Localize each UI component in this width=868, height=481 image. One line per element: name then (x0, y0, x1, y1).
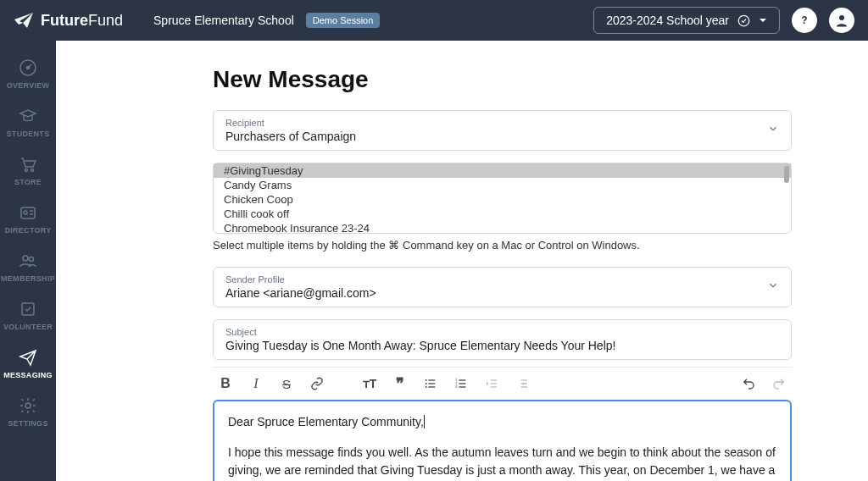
sidebar-label: STUDENTS (7, 130, 50, 138)
body-paragraph: I hope this message finds you well. As t… (228, 444, 776, 481)
sender-select[interactable]: Sender Profile Ariane <ariane@gmail.com> (213, 267, 792, 307)
brand-bold: Future (41, 12, 88, 29)
gauge-icon (17, 57, 39, 79)
check-circle-icon (737, 14, 750, 27)
svg-rect-25 (491, 379, 497, 380)
caret-down-icon (759, 16, 767, 25)
body-paragraph: Dear Spruce Elementary Community, (228, 415, 424, 428)
chevron-down-icon (767, 123, 779, 138)
recipient-select[interactable]: Recipient Purchasers of Campaign (213, 110, 792, 151)
profile-button[interactable] (829, 8, 854, 33)
svg-point-12 (25, 403, 31, 408)
svg-rect-14 (428, 379, 435, 380)
page-title: New Message (213, 66, 792, 93)
gear-icon (17, 395, 39, 417)
user-icon (834, 13, 849, 28)
undo-button[interactable] (741, 376, 756, 391)
sidebar-label: VOLUNTEER (3, 323, 53, 331)
sidebar-label: DIRECTORY (4, 226, 51, 235)
svg-point-8 (24, 211, 27, 214)
svg-point-17 (426, 386, 427, 388)
svg-rect-22 (459, 383, 465, 384)
help-icon: ? (798, 14, 811, 27)
chevron-down-icon (767, 279, 779, 295)
sidebar-item-messaging[interactable]: MESSAGING (0, 339, 56, 387)
svg-point-4 (27, 67, 30, 69)
sidebar-label: MEMBERSHIP (1, 274, 55, 283)
heading-button[interactable]: ᴛT (362, 376, 377, 391)
bullet-list-button[interactable] (423, 376, 438, 391)
listbox-option[interactable]: Chicken Coop (214, 192, 791, 207)
listbox-option[interactable]: Candy Grams (214, 178, 791, 192)
svg-rect-28 (521, 379, 527, 380)
svg-rect-18 (428, 386, 435, 387)
listbox-option[interactable]: #GivingTuesday (214, 163, 791, 178)
logo: FutureFund (14, 12, 123, 30)
redo-button[interactable] (771, 376, 787, 391)
app-header: FutureFund Spruce Elementary School Demo… (0, 0, 868, 41)
svg-point-6 (31, 169, 34, 172)
svg-point-5 (25, 169, 28, 172)
multi-select-help: Select multiple items by holding the ⌘ C… (213, 239, 792, 252)
sidebar-item-students[interactable]: STUDENTS (0, 97, 56, 146)
cart-icon (17, 153, 39, 175)
message-body-editor[interactable]: Dear Spruce Elementary Community, I hope… (213, 400, 792, 481)
indent-button[interactable] (515, 376, 530, 391)
svg-rect-30 (521, 386, 527, 387)
svg-point-13 (426, 379, 427, 381)
editor-toolbar: B I S ᴛT ❞ 123 (213, 367, 792, 400)
year-label: 2023-2024 School year (606, 14, 729, 27)
sidebar-label: SETTINGS (8, 419, 47, 428)
number-list-button[interactable]: 123 (453, 376, 469, 391)
sidebar-item-overview[interactable]: OVERVIEW (0, 49, 56, 97)
paper-plane-icon (14, 12, 34, 29)
main-content: New Message Recipient Purchasers of Camp… (56, 41, 868, 481)
help-button[interactable]: ? (792, 8, 817, 33)
svg-rect-16 (428, 383, 435, 384)
demo-badge: Demo Session (306, 13, 381, 28)
text-cursor (424, 415, 425, 428)
check-square-icon (17, 298, 39, 320)
graduation-icon (17, 105, 39, 127)
svg-point-2 (839, 15, 844, 20)
svg-text:3: 3 (455, 384, 458, 389)
bold-button[interactable]: B (218, 376, 233, 391)
sender-value: Ariane <ariane@gmail.com> (225, 286, 779, 300)
svg-point-10 (30, 257, 34, 262)
sidebar-item-store[interactable]: STORE (0, 146, 56, 194)
subject-field[interactable]: Subject Giving Tuesday is One Month Away… (213, 319, 792, 360)
sidebar-item-directory[interactable]: DIRECTORY (0, 194, 56, 242)
send-icon (17, 346, 39, 368)
folder-icon (17, 202, 39, 224)
sidebar-label: OVERVIEW (7, 81, 50, 90)
subject-value: Giving Tuesday is One Month Away: Spruce… (225, 339, 779, 352)
sidebar-item-volunteer[interactable]: VOLUNTEER (0, 290, 56, 339)
svg-point-15 (426, 383, 427, 384)
svg-point-9 (23, 256, 28, 261)
brand-light: Fund (88, 12, 123, 29)
sidebar-label: STORE (14, 178, 42, 186)
users-icon (17, 250, 39, 272)
sidebar: OVERVIEW STUDENTS STORE DIRECTORY MEMBER… (0, 41, 56, 481)
strike-button[interactable]: S (279, 376, 294, 391)
sidebar-item-membership[interactable]: MEMBERSHIP (0, 242, 56, 290)
sender-label: Sender Profile (225, 274, 779, 285)
sidebar-item-settings[interactable]: SETTINGS (0, 387, 56, 435)
svg-rect-24 (459, 386, 465, 387)
scrollbar-thumb[interactable] (784, 166, 789, 183)
year-selector[interactable]: 2023-2024 School year (593, 7, 780, 34)
recipient-value: Purchasers of Campaign (225, 130, 779, 143)
campaign-listbox[interactable]: #GivingTuesday Candy Grams Chicken Coop … (213, 163, 792, 234)
svg-rect-26 (491, 383, 497, 384)
link-button[interactable] (309, 376, 325, 391)
sidebar-label: MESSAGING (3, 371, 53, 379)
recipient-label: Recipient (225, 118, 779, 128)
italic-button[interactable]: I (248, 376, 264, 391)
listbox-option[interactable]: Chromebook Insurance 23-24 (214, 221, 791, 233)
outdent-button[interactable] (484, 376, 499, 391)
quote-button[interactable]: ❞ (392, 376, 408, 391)
svg-rect-29 (521, 383, 527, 384)
listbox-option[interactable]: Chilli cook off (214, 207, 791, 221)
subject-label: Subject (225, 327, 779, 337)
school-name: Spruce Elementary School (153, 14, 294, 27)
